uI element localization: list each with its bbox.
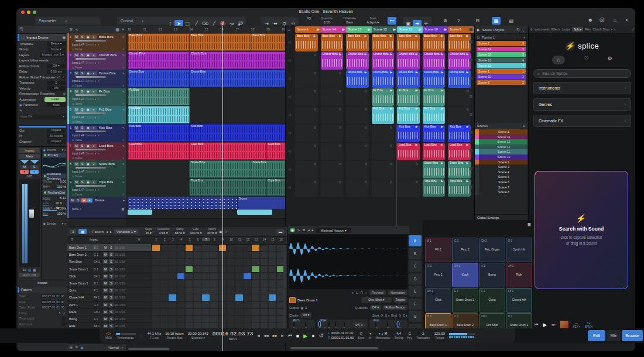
row-stop-icon[interactable]: ◁ bbox=[288, 185, 291, 189]
end-value[interactable]: 0 s bbox=[403, 314, 407, 317]
play-sample-icon[interactable]: ▶ bbox=[543, 322, 547, 328]
pad-fx-2[interactable]: B 1FX 2 bbox=[425, 238, 451, 262]
track-mute-button[interactable]: M bbox=[74, 126, 79, 130]
step-cell[interactable] bbox=[227, 252, 235, 258]
instrument-icon[interactable]: ▦ bbox=[121, 208, 124, 211]
track-row[interactable]: 9MS◉◐Topa Biza∿ Input L+RStereo◐▾ ⚿None▾ bbox=[67, 179, 126, 197]
step-cell[interactable] bbox=[261, 316, 268, 322]
browser-tab-shop[interactable]: Shop bbox=[602, 28, 609, 31]
step-cell[interactable] bbox=[210, 245, 218, 251]
step-cell[interactable] bbox=[252, 245, 259, 251]
launcher-empty-cell[interactable] bbox=[397, 179, 420, 197]
row-mute-button[interactable]: M bbox=[103, 245, 108, 250]
row-solo-button[interactable]: S bbox=[109, 295, 114, 300]
track-solo-button[interactable]: S bbox=[80, 108, 85, 112]
step-cell[interactable] bbox=[186, 302, 193, 308]
pattern-info-row[interactable]: Sync Point00017.01.01.00 bbox=[18, 305, 67, 311]
track-row[interactable]: 7MS◉◐Lead Biza∿ Input L+RStereo◐▾ ⚿None▾ bbox=[67, 142, 126, 161]
key-display[interactable]: CKey bbox=[407, 332, 413, 340]
step-cell[interactable] bbox=[261, 309, 268, 315]
step-cell[interactable] bbox=[252, 273, 259, 280]
channel-solo-button[interactable]: S bbox=[30, 165, 39, 169]
step-cell[interactable] bbox=[202, 280, 210, 287]
step-cell[interactable] bbox=[160, 309, 168, 315]
launcher-clip[interactable]: Chordz Biza▶ bbox=[397, 52, 420, 70]
step-cell[interactable] bbox=[210, 259, 218, 265]
track-solo-button[interactable]: S bbox=[80, 180, 85, 184]
row-mute-button[interactable]: M bbox=[103, 317, 108, 321]
row-solo-button[interactable]: S bbox=[109, 245, 114, 250]
export-icon[interactable]: ↥ bbox=[522, 124, 525, 128]
pattern-param[interactable]: Steps16 ▾ bbox=[145, 228, 152, 235]
launcher-empty-cell[interactable] bbox=[321, 88, 344, 106]
parameter-row[interactable]: ◉ Parameter Mute bbox=[18, 102, 67, 108]
rewind-icon[interactable]: ◂◂ bbox=[264, 333, 269, 338]
track-mute-button[interactable]: M bbox=[74, 53, 79, 57]
scene-list-item[interactable]: Scene 8 bbox=[475, 190, 527, 195]
insert-slot[interactable]: Multiband Dynamics bbox=[43, 174, 66, 179]
fader-handle[interactable] bbox=[29, 210, 34, 218]
step-cell[interactable] bbox=[235, 252, 243, 258]
step-cell[interactable] bbox=[169, 280, 176, 287]
preset-dropdown[interactable]: Minimal House ▾ bbox=[316, 228, 351, 233]
bpm-dropdown[interactable]: 1xBPM ▾ bbox=[585, 321, 592, 329]
timeline-ruler[interactable]: 1011121314151617181920 bbox=[126, 26, 285, 34]
track-mute-button[interactable]: M bbox=[74, 180, 79, 184]
row-stop-button[interactable] bbox=[470, 113, 472, 116]
pad-click[interactable]: D# 1Click bbox=[425, 288, 451, 313]
step-cell[interactable] bbox=[194, 252, 201, 258]
audio-clip[interactable]: Lead Biza bbox=[128, 142, 190, 160]
track-mute-button[interactable]: M bbox=[74, 144, 79, 148]
launcher-clip[interactable]: Fx2 Biza▶ bbox=[423, 107, 446, 124]
stop-all-button[interactable] bbox=[470, 28, 472, 31]
bank-F-button[interactable]: F bbox=[409, 298, 422, 310]
step-cell[interactable] bbox=[152, 273, 160, 280]
launcher-empty-cell[interactable] bbox=[372, 161, 395, 179]
step-cell[interactable] bbox=[235, 316, 243, 322]
launcher-empty-cell[interactable] bbox=[295, 125, 318, 142]
playlist-entry[interactable]: Scene 132 bbox=[477, 52, 526, 57]
step-cell[interactable] bbox=[177, 309, 185, 315]
track-row[interactable]: 4MS◉◐Fx Biza∿ Input L+RStereo◐▾ ⚿None▾ bbox=[67, 88, 126, 107]
step-cell[interactable] bbox=[235, 259, 243, 265]
step-cell[interactable] bbox=[160, 280, 168, 287]
track-solo-button[interactable]: S bbox=[80, 53, 85, 57]
step-cell[interactable] bbox=[261, 287, 268, 294]
step-cell[interactable] bbox=[261, 273, 268, 280]
audio-clip[interactable]: Bass Biza bbox=[128, 33, 190, 51]
bank-G-button[interactable]: G bbox=[409, 311, 422, 322]
editor-view-icon[interactable]: ▤ bbox=[507, 17, 516, 25]
step-cell[interactable] bbox=[244, 316, 251, 322]
step-cell[interactable] bbox=[194, 287, 201, 294]
step-cell[interactable] bbox=[244, 309, 251, 315]
row-solo-button[interactable]: S bbox=[109, 303, 114, 307]
nudge-right-icon[interactable]: ▸ bbox=[282, 333, 284, 338]
arrange-lane[interactable]: Kick BizaKick Biza bbox=[126, 124, 285, 143]
note-fx-row[interactable]: Note FX+ bbox=[19, 114, 66, 120]
step-cell[interactable] bbox=[160, 302, 168, 308]
arrange-lane[interactable]: Fx2 Biza bbox=[126, 106, 285, 125]
track-record-button[interactable]: ◉ bbox=[85, 71, 91, 75]
launcher-empty-cell[interactable] bbox=[372, 125, 395, 142]
launcher-clip[interactable]: Chordz Biza▶ bbox=[423, 52, 446, 70]
audio-clip[interactable]: Snare Biza bbox=[189, 160, 251, 178]
row-stop-button[interactable] bbox=[470, 59, 472, 61]
step-cell[interactable] bbox=[160, 294, 168, 301]
playlist-entry[interactable]: Scene 114 bbox=[477, 63, 526, 68]
playlist-entry[interactable]: Scene 11 bbox=[477, 69, 526, 74]
vol-knob[interactable] bbox=[398, 322, 399, 327]
scene-list-item[interactable]: Scene 10 bbox=[475, 155, 527, 160]
launcher-clip[interactable]: Lead Biza▶ bbox=[423, 143, 446, 160]
step-cell[interactable] bbox=[261, 266, 268, 273]
step-cell[interactable] bbox=[252, 294, 259, 301]
launcher-clip[interactable]: Snare Biza▶ bbox=[423, 161, 446, 179]
launcher-clip[interactable]: Bass Biza▶ bbox=[372, 34, 395, 52]
pattern-row[interactable]: Perc 1G 1MS161/16 bbox=[67, 301, 151, 309]
audio-clip[interactable]: Lead Biza bbox=[266, 142, 285, 160]
audio-clip[interactable]: Chordz Biza bbox=[128, 52, 190, 69]
step-cell[interactable] bbox=[160, 259, 168, 265]
scene-launch-button[interactable]: Scene 10▶ bbox=[423, 26, 449, 33]
inspector-row[interactable]: Delay0.00 ms bbox=[18, 69, 67, 75]
step-cell[interactable] bbox=[210, 309, 218, 315]
row-solo-button[interactable]: S bbox=[109, 317, 114, 321]
